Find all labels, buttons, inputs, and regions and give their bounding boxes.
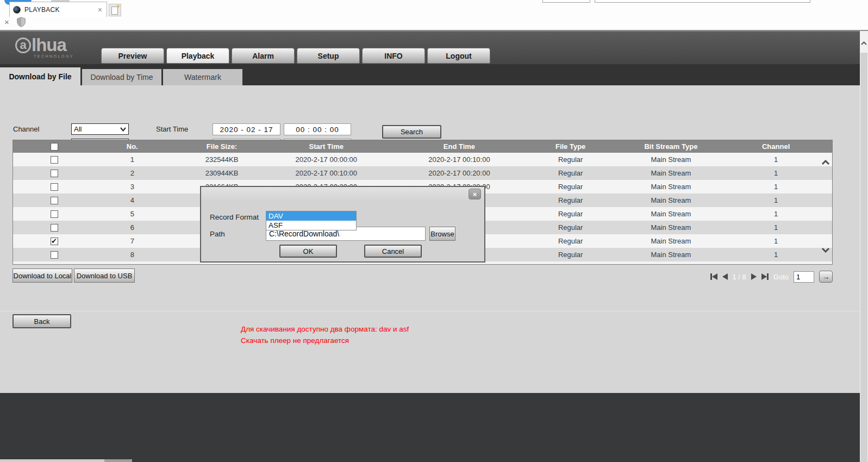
cell-stream: Main Stream bbox=[622, 237, 720, 245]
screen: PLAYBACK × ✶ × a lhua TECHNOLOGY Preview bbox=[0, 0, 868, 462]
tab-watermark[interactable]: Watermark bbox=[163, 69, 242, 85]
tab-download-by-time[interactable]: Download by Time bbox=[82, 69, 161, 85]
goto-page-input[interactable] bbox=[794, 271, 814, 283]
address-bar[interactable] bbox=[542, 0, 590, 3]
dahua-logo: a lhua TECHNOLOGY bbox=[15, 35, 74, 58]
cell-start: 2020-2-17 00:00:00 bbox=[253, 155, 399, 164]
next-page-icon[interactable] bbox=[751, 273, 757, 280]
horizontal-scroll-thumb[interactable] bbox=[104, 459, 132, 462]
record-format-label: Record Format bbox=[210, 213, 259, 221]
nav-preview[interactable]: Preview bbox=[101, 48, 164, 64]
logo-subtext: TECHNOLOGY bbox=[34, 54, 74, 58]
row-checkbox[interactable] bbox=[51, 224, 58, 232]
cell-channel: 1 bbox=[720, 169, 832, 177]
cell-no: 9 bbox=[74, 264, 191, 265]
dahua-favicon-icon bbox=[13, 6, 21, 14]
cell-no: 4 bbox=[74, 196, 191, 204]
back-button[interactable]: Back bbox=[13, 314, 71, 328]
cell-channel: 1 bbox=[720, 183, 832, 191]
cell-type: Regular bbox=[519, 196, 622, 204]
goto-arrow-icon[interactable]: → bbox=[819, 271, 833, 283]
cell-stream: Main Stream bbox=[622, 196, 720, 204]
cancel-button[interactable]: Cancel bbox=[364, 245, 422, 258]
download-to-usb-button[interactable]: Download to USB bbox=[74, 269, 135, 283]
cell-channel: 1 bbox=[720, 210, 832, 218]
cell-stream: Main Stream bbox=[622, 210, 720, 218]
note-text: Для скачивания доступно два формата: dav… bbox=[241, 323, 409, 346]
toolbar-close-icon[interactable]: × bbox=[4, 18, 9, 26]
search-button[interactable]: Search bbox=[382, 125, 441, 139]
col-start-time: Start Time bbox=[253, 142, 399, 151]
dialog-close-icon[interactable]: × bbox=[469, 189, 481, 199]
cell-type: Regular bbox=[519, 169, 622, 177]
cell-end: 2020-2-17 00:20:00 bbox=[399, 169, 519, 177]
vertical-scrollbar[interactable] bbox=[860, 31, 868, 462]
start-time-input[interactable]: 00 : 00 : 00 bbox=[284, 123, 351, 135]
row-checkbox[interactable] bbox=[51, 156, 58, 164]
cell-channel: 1 bbox=[720, 223, 832, 232]
start-date-input[interactable]: 2020 - 02 - 17 bbox=[213, 123, 280, 135]
page-header: a lhua TECHNOLOGY Preview Playback Alarm… bbox=[0, 31, 860, 64]
row-checkbox[interactable] bbox=[51, 265, 58, 265]
cell-type: Regular bbox=[519, 251, 622, 259]
vertical-scroll-thumb[interactable] bbox=[860, 53, 867, 462]
note-line-1: Для скачивания доступно два формата: dav… bbox=[241, 323, 409, 335]
download-to-local-button[interactable]: Download to Local bbox=[13, 269, 72, 283]
cell-channel: 1 bbox=[720, 155, 832, 164]
dialog-titlebar bbox=[201, 187, 484, 201]
cell-no: 5 bbox=[74, 210, 191, 218]
nav-alarm[interactable]: Alarm bbox=[232, 48, 295, 64]
cell-stream: Main Stream bbox=[622, 169, 720, 177]
table-scroll-down-icon[interactable] bbox=[821, 245, 830, 255]
row-checkbox[interactable] bbox=[51, 251, 58, 259]
cell-type: Regular bbox=[519, 264, 622, 265]
channel-select[interactable]: All bbox=[71, 123, 129, 135]
row-checkbox[interactable] bbox=[51, 210, 58, 218]
cell-type: Regular bbox=[519, 223, 622, 232]
cell-no: 2 bbox=[74, 169, 191, 177]
cell-no: 8 bbox=[74, 251, 191, 259]
path-label: Path bbox=[210, 230, 225, 238]
browser-tab[interactable]: PLAYBACK × bbox=[9, 2, 107, 17]
col-channel: Channel bbox=[720, 142, 832, 151]
option-dav[interactable]: DAV bbox=[266, 211, 356, 221]
channel-value: All bbox=[74, 125, 82, 133]
new-tab-button[interactable]: ✶ bbox=[109, 4, 121, 16]
cell-stream: Main Stream bbox=[622, 251, 720, 259]
search-bar[interactable] bbox=[595, 0, 810, 3]
cell-no: 7 bbox=[74, 237, 191, 245]
row-checkbox[interactable] bbox=[51, 238, 58, 245]
row-checkbox[interactable] bbox=[51, 197, 58, 204]
nav-setup[interactable]: Setup bbox=[297, 48, 360, 64]
col-file-size: File Size: bbox=[191, 142, 253, 151]
tab-close-icon[interactable]: × bbox=[98, 6, 102, 14]
nav-info[interactable]: INFO bbox=[362, 48, 425, 64]
row-checkbox[interactable] bbox=[51, 183, 58, 191]
first-page-icon[interactable] bbox=[710, 273, 717, 280]
browse-button[interactable]: Browse bbox=[429, 227, 455, 241]
col-bit-stream-type: Bit Stream Type bbox=[622, 142, 720, 151]
cell-stream: Main Stream bbox=[622, 155, 720, 164]
cell-no: 1 bbox=[74, 155, 191, 164]
row-checkbox[interactable] bbox=[51, 170, 58, 177]
tab-download-by-file[interactable]: Download by File bbox=[0, 67, 80, 85]
last-page-icon[interactable] bbox=[761, 273, 769, 280]
table-row: 1 232544KB 2020-2-17 00:00:00 2020-2-17 … bbox=[13, 153, 832, 166]
nav-playback[interactable]: Playback bbox=[166, 48, 229, 64]
table-row: 2 230944KB 2020-2-17 00:10:00 2020-2-17 … bbox=[13, 166, 832, 180]
nav-logout[interactable]: Logout bbox=[427, 48, 490, 64]
scroll-up-icon[interactable] bbox=[860, 38, 868, 48]
goto-label: Goto bbox=[773, 273, 789, 281]
option-asf[interactable]: ASF bbox=[266, 221, 356, 230]
browser-chrome: PLAYBACK × ✶ × bbox=[0, 0, 868, 31]
table-scroll-up-icon[interactable] bbox=[821, 158, 830, 167]
col-no: No. bbox=[74, 142, 191, 151]
cell-type: Regular bbox=[519, 183, 622, 191]
prev-page-icon[interactable] bbox=[722, 273, 728, 280]
cell-stream: Main Stream bbox=[622, 264, 720, 265]
col-end-time: End Time bbox=[399, 142, 519, 151]
col-file-type: File Type bbox=[519, 142, 622, 151]
select-all-checkbox[interactable] bbox=[51, 143, 58, 151]
ok-button[interactable]: OK bbox=[279, 245, 337, 258]
cell-stream: Main Stream bbox=[622, 183, 720, 191]
